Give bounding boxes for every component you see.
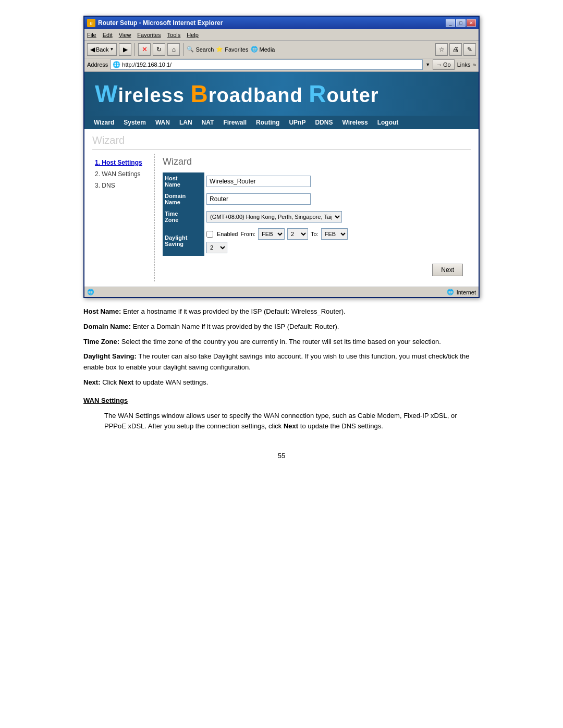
desc-domain-name-bold: Domain Name: [83, 323, 131, 330]
go-label: Go [443, 61, 451, 68]
sidebar-wan-settings[interactable]: 2. WAN Settings [95, 170, 152, 178]
internet-label: Internet [457, 289, 476, 295]
desc-daylight-text: The router can also take Daylight saving… [83, 352, 469, 371]
daylight-second-day-select[interactable]: 213 [206, 242, 227, 253]
page-number: 55 [278, 452, 285, 460]
wizard-layout: 1. Host Settings 2. WAN Settings 3. DNS … [92, 154, 471, 281]
stop-button[interactable]: ✕ [138, 43, 151, 56]
title-bar: e Router Setup - Microsoft Internet Expl… [84, 17, 479, 29]
browser-window: e Router Setup - Microsoft Internet Expl… [83, 16, 480, 298]
sidebar-host-settings[interactable]: 1. Host Settings [95, 159, 152, 166]
router-banner: Wireless Broadband Router [84, 72, 479, 116]
daylight-to-month-select[interactable]: FEBJANMAR [321, 228, 348, 240]
desc-host-name: Host Name: Enter a hostname if it was pr… [83, 306, 480, 317]
wan-settings-text: The WAN Settings window allows user to s… [104, 411, 480, 433]
search-button[interactable]: 🔍 Search [187, 46, 214, 53]
page-content: Wizard 1. Host Settings 2. WAN Settings … [84, 129, 479, 287]
host-name-value [204, 172, 463, 190]
go-button[interactable]: → Go [433, 59, 455, 70]
favorites-button[interactable]: ⭐ Favorites [216, 46, 248, 53]
menu-tools[interactable]: Tools [167, 32, 181, 38]
back-label: Back [96, 46, 108, 53]
banner-text: Wireless Broadband Router [95, 80, 379, 108]
maximize-button[interactable]: □ [456, 19, 466, 27]
status-bar: 🌐 🌐 Internet [84, 287, 479, 297]
page-icon: 🌐 [113, 61, 120, 68]
nav-logout[interactable]: Logout [376, 118, 400, 127]
nav-routing[interactable]: Routing [254, 118, 281, 127]
sidebar-dns[interactable]: 3. DNS [95, 182, 152, 189]
address-input[interactable] [122, 61, 421, 68]
menu-view[interactable]: View [119, 32, 131, 38]
search-icon: 🔍 [187, 46, 194, 53]
forward-button[interactable]: ▶ [119, 43, 131, 56]
daylight-row: Enabled From: FEBJANMAR 213 To: [206, 228, 461, 240]
nav-firewall[interactable]: Firewall [222, 118, 248, 127]
address-dropdown[interactable]: ▼ [425, 62, 430, 67]
desc-domain-name-text: Enter a Domain Name if it was provided b… [133, 323, 339, 330]
nav-wireless[interactable]: Wireless [340, 118, 369, 127]
nav-system[interactable]: System [122, 118, 148, 127]
next-row: Next [163, 256, 463, 279]
menu-help[interactable]: Help [187, 32, 199, 38]
daylight-second-row: 213 [206, 242, 461, 253]
daylight-saving-row: DaylightSaving Enabled From: FEBJANMAR [163, 226, 463, 256]
daylight-from-month-select[interactable]: FEBJANMAR [258, 228, 285, 240]
menu-edit[interactable]: Edit [103, 32, 113, 38]
time-zone-row: TimeZone (GMT+08:00) Hong Kong, Perth, S… [163, 208, 463, 226]
page-icon-status: 🌐 [87, 289, 94, 295]
host-name-input[interactable] [206, 176, 311, 187]
desc-host-name-text: Enter a hostname if it was provided by t… [123, 307, 346, 315]
toolbar: ◀ Back ▼ ▶ ✕ ↻ ⌂ 🔍 Search ⭐ Favorites 🌐 … [84, 41, 479, 58]
domain-name-row: DomainName [163, 190, 463, 208]
address-label: Address [87, 61, 108, 68]
nav-ddns[interactable]: DDNS [313, 118, 334, 127]
history-button[interactable]: ☆ [435, 43, 448, 56]
wizard-sidebar: 1. Host Settings 2. WAN Settings 3. DNS [92, 154, 155, 281]
menu-bar: File Edit View Favorites Tools Help [84, 29, 479, 41]
menu-favorites[interactable]: Favorites [137, 32, 161, 38]
nav-wizard[interactable]: Wizard [92, 118, 116, 127]
desc-time-zone-bold: Time Zone: [83, 338, 119, 346]
desc-daylight-bold: Daylight Saving: [83, 352, 137, 360]
nav-upnp[interactable]: UPnP [287, 118, 307, 127]
wizard-form: Wizard HostName DomainName [155, 154, 471, 281]
nav-nat[interactable]: NAT [200, 118, 216, 127]
print-button[interactable]: 🖨 [449, 43, 462, 56]
close-button[interactable]: ✕ [467, 19, 476, 27]
menu-file[interactable]: File [87, 32, 96, 38]
time-zone-select[interactable]: (GMT+08:00) Hong Kong, Perth, Singapore,… [206, 211, 342, 223]
desc-time-zone-text: Select the time zone of the country you … [121, 338, 441, 346]
daylight-from-day-select[interactable]: 213 [287, 228, 308, 240]
go-arrow-icon: → [436, 61, 442, 68]
back-button[interactable]: ◀ Back ▼ [87, 43, 117, 56]
next-button[interactable]: Next [432, 264, 463, 276]
window-controls: _ □ ✕ [446, 19, 476, 27]
links-chevron-icon[interactable]: » [473, 62, 476, 68]
desc-domain-name: Domain Name: Enter a Domain Name if it w… [83, 322, 480, 332]
daylight-enabled-checkbox[interactable] [206, 231, 213, 238]
refresh-button[interactable]: ↻ [153, 43, 165, 56]
address-bar: Address 🌐 ▼ → Go Links » [84, 58, 479, 72]
domain-name-value [204, 190, 463, 208]
desc-next: Next: Click Next to update WAN settings. [83, 377, 480, 388]
daylight-saving-label: DaylightSaving [163, 226, 204, 256]
domain-name-input[interactable] [206, 193, 311, 205]
desc-next-bold: Next: [83, 378, 101, 386]
desc-daylight-saving: Daylight Saving: The router can also tak… [83, 351, 480, 373]
status-left: 🌐 [87, 289, 94, 295]
media-button[interactable]: 🌐 Media [251, 46, 275, 53]
daylight-from-label: From: [240, 231, 255, 237]
daylight-enabled-label: Enabled [217, 231, 238, 237]
favorites-label: Favorites [225, 46, 248, 53]
media-icon: 🌐 [251, 46, 258, 53]
window-title: Router Setup - Microsoft Internet Explor… [98, 19, 223, 27]
nav-lan[interactable]: LAN [178, 118, 194, 127]
host-name-row: HostName [163, 172, 463, 190]
nav-menu: Wizard System WAN LAN NAT Firewall Routi… [84, 116, 479, 129]
nav-wan[interactable]: WAN [154, 118, 172, 127]
minimize-button[interactable]: _ [446, 19, 455, 27]
edit-button[interactable]: ✎ [463, 43, 476, 56]
home-button[interactable]: ⌂ [167, 43, 180, 56]
status-right: 🌐 Internet [447, 289, 476, 295]
